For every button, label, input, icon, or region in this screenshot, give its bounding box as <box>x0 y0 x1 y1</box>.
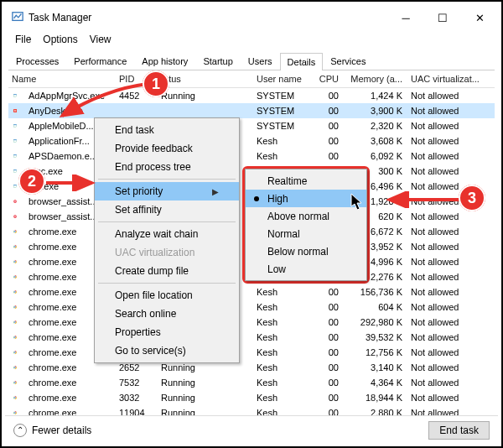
svg-point-35 <box>14 306 15 307</box>
svg-point-15 <box>14 201 15 202</box>
window-controls: ─ ☐ ✕ <box>387 5 498 30</box>
table-row[interactable]: AdAppMgrSvc.exe4452RunningSYSTEM001,424 … <box>8 88 495 103</box>
fewer-details-button[interactable]: ⌃ Fewer details <box>13 424 91 437</box>
svg-rect-2 <box>13 94 16 95</box>
window-title: Task Manager <box>29 12 91 23</box>
menu-view[interactable]: View <box>85 32 117 47</box>
table-row[interactable]: AppleMobileD...SYSTEM002,320 KNot allowe… <box>8 118 495 133</box>
table-row[interactable]: APSDaemon.e...Kesh006,092 KNot allowed <box>8 148 495 164</box>
menu-item-properties[interactable]: Properties <box>95 323 239 341</box>
priority-submenu[interactable]: RealtimeHighAbove normalNormalBelow norm… <box>245 169 367 281</box>
col-mem[interactable]: Memory (a... <box>344 74 407 84</box>
process-icon <box>10 346 22 358</box>
table-row[interactable]: chrome.exeKesh00604 KNot allowed <box>8 300 495 315</box>
menu-item-open-file-location[interactable]: Open file location <box>95 286 239 305</box>
tab-strip: ProcessesPerformanceApp historyStartupUs… <box>8 52 495 70</box>
menu-item-set-priority[interactable]: Set priority▶ <box>95 182 239 201</box>
tab-performance[interactable]: Performance <box>66 52 134 70</box>
table-row[interactable]: chrome.exeKesh00292,980 KNot allowed <box>8 315 495 330</box>
col-cpu[interactable]: CPU <box>314 74 344 84</box>
process-icon <box>10 301 22 313</box>
process-icon <box>10 362 22 373</box>
svg-point-26 <box>14 261 15 262</box>
svg-rect-9 <box>13 154 16 155</box>
table-row[interactable]: chrome.exeKesh0039,532 KNot allowed <box>8 330 495 345</box>
table-row[interactable]: chrome.exe3032RunningKesh0018,944 KNot a… <box>8 390 495 405</box>
callout-3: 3 <box>459 185 485 211</box>
process-icon <box>10 256 22 268</box>
process-icon <box>10 271 22 283</box>
title-bar: Task Manager ─ ☐ ✕ <box>5 5 498 30</box>
svg-rect-7 <box>13 139 16 140</box>
menu-item-end-process-tree[interactable]: End process tree <box>95 158 239 176</box>
bullet-icon <box>254 196 259 201</box>
menu-options[interactable]: Options <box>38 32 82 47</box>
chevron-right-icon: ▶ <box>212 187 219 196</box>
svg-rect-11 <box>13 169 16 170</box>
menu-item-uac-virtualization: UAC virtualization <box>95 243 239 262</box>
svg-rect-5 <box>13 124 16 125</box>
svg-point-17 <box>14 216 15 217</box>
table-row[interactable]: AnyDesk.exeSYSTEM003,900 KNot allowed <box>8 103 495 118</box>
process-icon <box>10 331 22 343</box>
svg-rect-13 <box>13 185 16 185</box>
svg-point-23 <box>14 246 15 247</box>
table-row[interactable]: chrome.exe11904RunningKesh002,880 KNot a… <box>8 405 495 415</box>
callout-1: 1 <box>143 70 169 97</box>
col-user[interactable]: User name <box>253 74 314 84</box>
close-button[interactable]: ✕ <box>461 5 498 30</box>
process-icon <box>10 226 22 237</box>
menu-item-provide-feedback[interactable]: Provide feedback <box>95 139 239 158</box>
minimize-button[interactable]: ─ <box>387 5 424 30</box>
svg-point-29 <box>14 276 15 277</box>
process-icon <box>10 135 22 147</box>
process-icon <box>10 90 22 102</box>
maximize-button[interactable]: ☐ <box>424 5 461 30</box>
table-row[interactable]: chrome.exe2960RunningKesh0012,756 KNot a… <box>8 345 495 360</box>
menu-item-analyze-wait-chain[interactable]: Analyze wait chain <box>95 225 239 243</box>
context-menu[interactable]: End taskProvide feedbackEnd process tree… <box>94 117 240 363</box>
tab-processes[interactable]: Processes <box>8 52 66 70</box>
svg-point-44 <box>14 352 15 352</box>
table-row[interactable]: chrome.exe7532RunningKesh004,364 KNot al… <box>8 375 495 390</box>
tab-services[interactable]: Services <box>323 52 373 70</box>
menu-item-set-affinity[interactable]: Set affinity <box>95 201 239 219</box>
priority-low[interactable]: Low <box>246 260 366 278</box>
process-icon <box>10 211 22 222</box>
menu-item-search-online[interactable]: Search online <box>95 305 239 323</box>
priority-below-normal[interactable]: Below normal <box>246 242 366 260</box>
tab-startup[interactable]: Startup <box>195 52 240 70</box>
fewer-details-label: Fewer details <box>32 425 91 436</box>
process-icon <box>10 150 22 162</box>
priority-normal[interactable]: Normal <box>246 225 366 242</box>
col-uac[interactable]: UAC virtualizat... <box>407 74 495 84</box>
menu-item-go-to-service-s-[interactable]: Go to service(s) <box>95 341 239 360</box>
menu-bar: FileOptionsView <box>5 30 498 49</box>
table-row[interactable]: ApplicationFr...Kesh003,608 KNot allowed <box>8 133 495 148</box>
tab-app-history[interactable]: App history <box>134 52 195 70</box>
table-row[interactable]: chrome.exeKesh00156,736 KNot allowed <box>8 284 495 300</box>
process-icon <box>10 105 22 117</box>
footer: ⌃ Fewer details End task <box>5 415 498 445</box>
app-icon <box>12 11 23 25</box>
priority-high[interactable]: High <box>246 190 366 207</box>
process-icon <box>10 407 22 415</box>
menu-file[interactable]: File <box>10 32 36 47</box>
tab-users[interactable]: Users <box>241 52 280 70</box>
priority-above-normal[interactable]: Above normal <box>246 207 366 225</box>
menu-item-create-dump-file[interactable]: Create dump file <box>95 262 239 280</box>
process-icon <box>10 195 22 207</box>
column-headers: Name PID ...tus User name CPU Memory (a.… <box>8 70 495 88</box>
svg-point-56 <box>14 412 15 413</box>
col-name[interactable]: Name <box>8 74 116 84</box>
callout-2: 2 <box>18 168 45 195</box>
end-task-button[interactable]: End task <box>428 421 490 440</box>
process-icon <box>10 316 22 328</box>
table-row[interactable]: chrome.exe2652RunningKesh003,140 KNot al… <box>8 360 495 375</box>
svg-point-38 <box>14 321 15 322</box>
tab-details[interactable]: Details <box>280 53 324 70</box>
svg-point-50 <box>14 382 15 383</box>
priority-realtime[interactable]: Realtime <box>246 172 366 190</box>
chevron-up-icon: ⌃ <box>13 424 27 437</box>
menu-item-end-task[interactable]: End task <box>95 121 239 139</box>
